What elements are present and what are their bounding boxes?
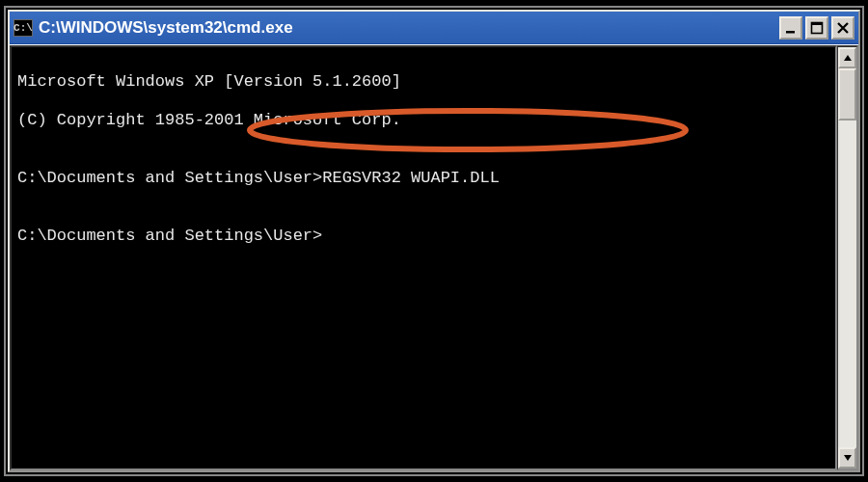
vertical-scrollbar[interactable] bbox=[837, 45, 858, 470]
minimize-button[interactable] bbox=[779, 16, 802, 40]
cmd-window: C:\ C:\WINDOWS\system32\cmd.exe Microsof… bbox=[8, 10, 860, 472]
console-line: Microsoft Windows XP [Version 5.1.2600] bbox=[17, 72, 829, 92]
svg-rect-0 bbox=[786, 31, 795, 34]
close-icon bbox=[836, 21, 850, 35]
console-output[interactable]: Microsoft Windows XP [Version 5.1.2600] … bbox=[10, 45, 837, 470]
scroll-thumb[interactable] bbox=[838, 68, 856, 120]
outer-frame: C:\ C:\WINDOWS\system32\cmd.exe Microsof… bbox=[4, 6, 864, 476]
window-buttons bbox=[779, 16, 854, 40]
scroll-track[interactable] bbox=[838, 120, 856, 447]
maximize-button[interactable] bbox=[805, 16, 828, 40]
scroll-up-button[interactable] bbox=[838, 47, 856, 68]
minimize-icon bbox=[784, 21, 798, 35]
console-line: C:\Documents and Settings\User> bbox=[17, 227, 829, 246]
client-area: Microsoft Windows XP [Version 5.1.2600] … bbox=[10, 44, 858, 470]
arrow-up-icon bbox=[843, 53, 853, 63]
arrow-down-icon bbox=[843, 453, 853, 463]
maximize-icon bbox=[810, 21, 824, 35]
close-button[interactable] bbox=[831, 16, 854, 40]
titlebar[interactable]: C:\ C:\WINDOWS\system32\cmd.exe bbox=[10, 12, 858, 44]
cmd-icon: C:\ bbox=[14, 19, 33, 37]
window-title: C:\WINDOWS\system32\cmd.exe bbox=[39, 18, 779, 38]
console-line: C:\Documents and Settings\User>REGSVR32 … bbox=[17, 169, 829, 188]
scroll-down-button[interactable] bbox=[838, 447, 856, 469]
console-line: (C) Copyright 1985-2001 Microsoft Corp. bbox=[17, 111, 829, 130]
svg-rect-2 bbox=[812, 22, 823, 25]
